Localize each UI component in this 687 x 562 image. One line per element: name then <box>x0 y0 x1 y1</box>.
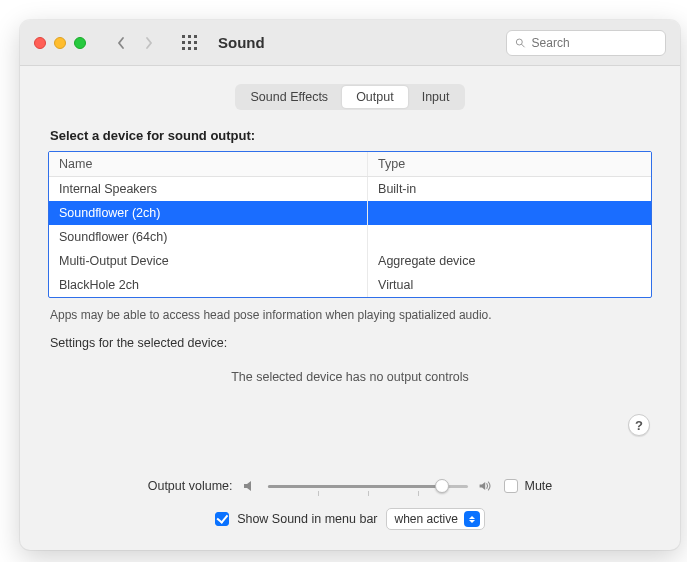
settings-label: Settings for the selected device: <box>50 336 650 350</box>
svg-rect-5 <box>194 41 197 44</box>
speaker-quiet-icon <box>242 478 258 494</box>
no-output-controls: The selected device has no output contro… <box>48 370 652 384</box>
title-bar: Sound <box>20 20 680 66</box>
window-controls <box>34 37 86 49</box>
back-button[interactable] <box>110 31 132 55</box>
updown-arrows-icon <box>464 511 480 527</box>
volume-row: Output volume: Mute <box>148 478 553 494</box>
svg-line-10 <box>522 44 525 47</box>
tab-input[interactable]: Input <box>408 86 464 108</box>
device-name: Soundflower (64ch) <box>49 225 368 249</box>
grid-icon[interactable] <box>182 35 198 51</box>
speaker-loud-icon <box>478 478 494 494</box>
minimize-icon[interactable] <box>54 37 66 49</box>
menubar-row: Show Sound in menu bar when active <box>215 508 485 530</box>
slider-thumb[interactable] <box>435 479 449 493</box>
chevron-left-icon <box>116 36 126 50</box>
chevron-right-icon <box>144 36 154 50</box>
zoom-icon[interactable] <box>74 37 86 49</box>
svg-rect-6 <box>182 47 185 50</box>
volume-label: Output volume: <box>148 479 233 493</box>
volume-slider[interactable] <box>268 478 468 494</box>
device-type <box>368 201 651 225</box>
device-type: Virtual <box>368 273 651 297</box>
table-row[interactable]: Soundflower (64ch) <box>49 225 651 249</box>
footer: Output volume: Mute Show Sound in menu b… <box>20 466 680 550</box>
help-button[interactable]: ? <box>628 414 650 436</box>
tab-bar: Sound Effects Output Input <box>235 84 466 110</box>
mute-label: Mute <box>524 479 552 493</box>
table-row[interactable]: Soundflower (2ch) <box>49 201 651 225</box>
search-icon <box>515 37 526 49</box>
table-row[interactable]: Multi-Output Device Aggregate device <box>49 249 651 273</box>
close-icon[interactable] <box>34 37 46 49</box>
svg-rect-3 <box>182 41 185 44</box>
spatial-audio-note: Apps may be able to access head pose inf… <box>50 308 650 322</box>
search-input[interactable] <box>532 36 657 50</box>
table-row[interactable]: Internal Speakers Built-in <box>49 177 651 201</box>
menubar-mode-select[interactable]: when active <box>386 508 485 530</box>
forward-button[interactable] <box>138 31 160 55</box>
svg-rect-7 <box>188 47 191 50</box>
device-name: Soundflower (2ch) <box>49 201 368 225</box>
svg-rect-0 <box>182 35 185 38</box>
column-type[interactable]: Type <box>368 152 651 176</box>
table-header: Name Type <box>49 152 651 177</box>
output-panel: Select a device for sound output: Name T… <box>42 124 658 454</box>
nav-buttons <box>110 31 160 55</box>
show-in-menubar-checkbox[interactable] <box>215 512 229 526</box>
search-field[interactable] <box>506 30 666 56</box>
column-name[interactable]: Name <box>49 152 368 176</box>
mute-checkbox[interactable] <box>504 479 518 493</box>
menubar-mode-value: when active <box>395 512 458 526</box>
device-type: Built-in <box>368 177 651 201</box>
device-name: BlackHole 2ch <box>49 273 368 297</box>
device-type <box>368 225 651 249</box>
svg-rect-4 <box>188 41 191 44</box>
page-title: Sound <box>218 34 265 51</box>
table-row[interactable]: BlackHole 2ch Virtual <box>49 273 651 297</box>
device-name: Internal Speakers <box>49 177 368 201</box>
tab-sound-effects[interactable]: Sound Effects <box>237 86 343 108</box>
device-type: Aggregate device <box>368 249 651 273</box>
svg-rect-8 <box>194 47 197 50</box>
svg-rect-1 <box>188 35 191 38</box>
tab-output[interactable]: Output <box>342 86 408 108</box>
select-device-label: Select a device for sound output: <box>50 128 650 143</box>
device-name: Multi-Output Device <box>49 249 368 273</box>
svg-rect-2 <box>194 35 197 38</box>
sound-preferences-window: Sound Sound Effects Output Input Select … <box>20 20 680 550</box>
content: Sound Effects Output Input Select a devi… <box>20 66 680 466</box>
show-in-menubar-label: Show Sound in menu bar <box>237 512 377 526</box>
device-table: Name Type Internal Speakers Built-in Sou… <box>48 151 652 298</box>
